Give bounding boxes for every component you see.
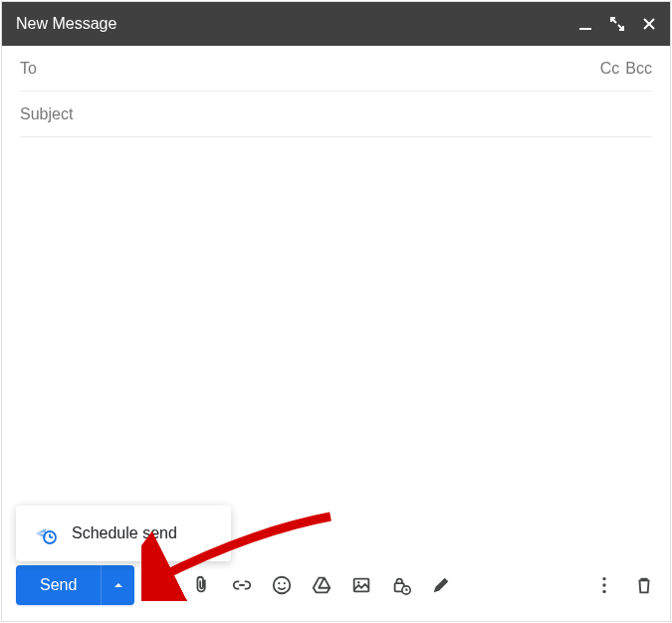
message-body[interactable]	[2, 137, 670, 553]
svg-point-9	[274, 577, 291, 594]
pen-icon	[430, 574, 452, 596]
more-vert-icon	[593, 574, 615, 596]
schedule-send-item[interactable]: Schedule send	[16, 516, 231, 551]
emoji-icon	[271, 574, 293, 596]
toolbar-right	[592, 573, 656, 597]
attach-button[interactable]	[190, 573, 214, 597]
to-label: To	[20, 60, 37, 78]
header-fields: To Cc Bcc Subject	[2, 46, 670, 137]
caret-up-icon	[113, 580, 123, 590]
window-controls	[578, 17, 656, 31]
insert-signature-button[interactable]	[429, 573, 453, 597]
compose-window: New Message To	[1, 1, 671, 622]
lock-clock-icon	[390, 574, 412, 596]
expand-icon	[610, 17, 624, 31]
subject-placeholder: Subject	[20, 105, 73, 123]
minimize-icon	[578, 17, 592, 31]
schedule-send-label: Schedule send	[72, 524, 177, 542]
insert-image-button[interactable]	[349, 573, 373, 597]
svg-point-18	[602, 590, 605, 593]
ccbcc-group: Cc Bcc	[600, 60, 652, 78]
formatting-button[interactable]	[150, 573, 174, 597]
cc-link[interactable]: Cc	[600, 60, 620, 78]
image-icon	[350, 574, 372, 596]
emoji-button[interactable]	[270, 573, 294, 597]
minimize-button[interactable]	[578, 17, 592, 31]
send-options-dropdown[interactable]	[101, 565, 134, 605]
compose-toolbar: Schedule send Send	[2, 553, 670, 621]
close-button[interactable]	[642, 17, 656, 31]
drive-button[interactable]	[310, 573, 334, 597]
svg-point-10	[279, 582, 281, 584]
paperclip-icon	[191, 574, 213, 596]
discard-draft-button[interactable]	[632, 573, 656, 597]
trash-icon	[633, 574, 655, 596]
send-button-label: Send	[40, 576, 77, 594]
bcc-link[interactable]: Bcc	[625, 60, 652, 78]
expand-button[interactable]	[610, 17, 624, 31]
svg-point-11	[284, 582, 286, 584]
confidential-mode-button[interactable]	[389, 573, 413, 597]
svg-point-13	[357, 581, 359, 583]
svg-point-16	[602, 577, 605, 580]
titlebar: New Message	[2, 2, 670, 46]
send-button[interactable]: Send	[16, 565, 101, 605]
drive-icon	[311, 574, 333, 596]
text-format-icon	[151, 574, 173, 596]
subject-field[interactable]: Subject	[20, 92, 652, 137]
schedule-send-icon	[34, 521, 58, 545]
window-title: New Message	[16, 15, 578, 33]
svg-point-17	[602, 583, 605, 586]
send-button-group: Send	[16, 565, 134, 605]
send-options-menu: Schedule send	[16, 506, 231, 561]
insert-link-button[interactable]	[230, 573, 254, 597]
link-icon	[231, 574, 253, 596]
to-field[interactable]: To Cc Bcc	[20, 46, 652, 92]
more-options-button[interactable]	[592, 573, 616, 597]
close-icon	[642, 17, 656, 31]
